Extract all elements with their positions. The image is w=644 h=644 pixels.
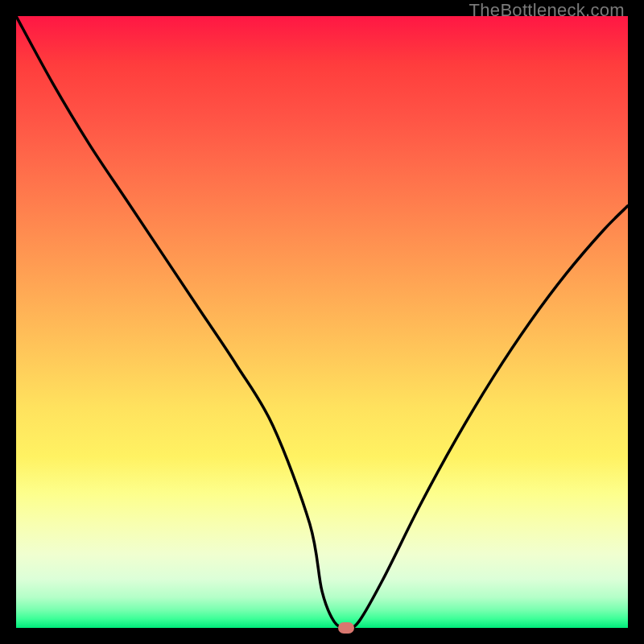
plot-area [16,16,628,628]
bottleneck-curve [16,16,628,628]
minimum-marker [338,622,354,634]
chart-frame: TheBottleneck.com [0,0,644,644]
